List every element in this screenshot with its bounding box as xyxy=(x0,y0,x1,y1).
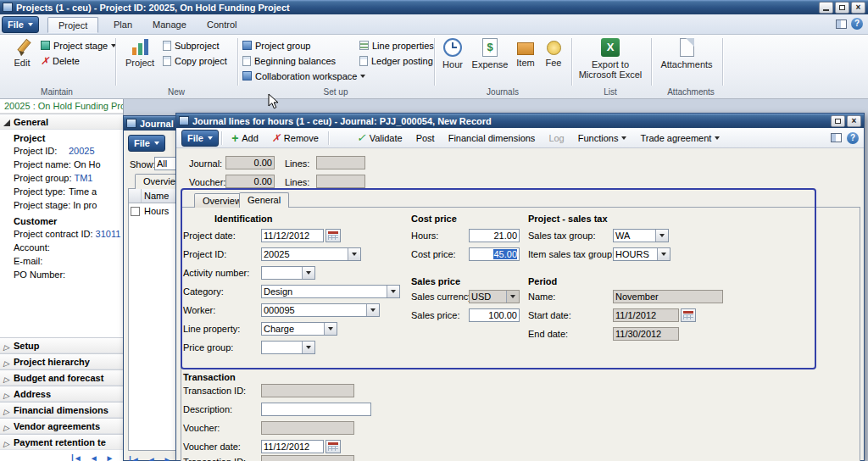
field-row: PO Number: xyxy=(14,269,69,280)
delete-button[interactable]: ✗ Delete xyxy=(41,53,80,68)
post-button[interactable]: Post xyxy=(409,130,442,147)
item-button[interactable]: Item xyxy=(512,36,539,69)
remove-button[interactable]: ✗ Remove xyxy=(265,130,326,147)
close-button[interactable]: × xyxy=(847,115,861,127)
restore-icon xyxy=(835,119,841,124)
ledger-posting-button[interactable]: Ledger posting xyxy=(359,53,433,68)
add-button[interactable]: + Add xyxy=(225,130,265,147)
category-combobox[interactable]: Design xyxy=(261,285,400,298)
minimize-button[interactable] xyxy=(819,2,833,14)
dropdown-arrow-icon[interactable] xyxy=(657,248,670,260)
trade-agreement-button[interactable]: Trade agreement xyxy=(633,130,726,147)
tab-general[interactable]: General xyxy=(239,192,289,208)
field-value[interactable]: 31011 xyxy=(96,229,121,239)
field-row: Project group: TM1 xyxy=(14,173,92,183)
nav-first-button[interactable]: |◄ xyxy=(129,455,140,461)
group-caption-new: New xyxy=(117,87,236,97)
sales-tax-group-combobox[interactable]: WA xyxy=(613,229,669,242)
restore-button[interactable] xyxy=(831,115,845,127)
dropdown-arrow-icon[interactable] xyxy=(366,304,379,316)
cost-price-input[interactable]: 45.00 xyxy=(469,247,520,261)
fasttab-payment-retention[interactable]: ▷ Payment retention te xyxy=(0,434,124,450)
project-header: 20025 : On Hold Funding Project xyxy=(0,99,124,114)
nav-prev-button[interactable]: ◄ xyxy=(147,455,156,461)
worker-combobox[interactable]: 000095 xyxy=(261,303,380,317)
file-menu-button[interactable]: File xyxy=(181,130,219,147)
functions-button[interactable]: Functions xyxy=(571,130,634,147)
project-id-combobox[interactable]: 20025 xyxy=(261,247,361,261)
calendar-button[interactable] xyxy=(326,440,341,453)
subproject-button[interactable]: Subproject xyxy=(163,38,220,53)
voucher-date-input[interactable]: 11/12/2012 xyxy=(261,440,324,453)
layout-icon[interactable] xyxy=(831,133,842,142)
edit-button[interactable]: Edit xyxy=(5,36,39,69)
fasttab-setup[interactable]: ▷ Setup xyxy=(0,337,124,353)
attachments-button[interactable]: Attachments xyxy=(658,36,715,71)
dropdown-arrow-icon[interactable] xyxy=(348,248,360,260)
journal-name-cell[interactable]: Hours xyxy=(144,206,169,216)
sales-price-input[interactable]: 100.00 xyxy=(469,308,520,322)
row-checkbox[interactable] xyxy=(131,207,140,216)
dropdown-arrow-icon[interactable] xyxy=(302,342,314,353)
export-excel-button[interactable]: X Export to Microsoft Excel xyxy=(575,36,646,81)
field-value[interactable]: TM1 xyxy=(74,173,92,183)
dropdown-arrow-icon[interactable] xyxy=(387,286,399,297)
close-button[interactable]: × xyxy=(851,2,865,14)
nav-prev-button[interactable]: ◄ xyxy=(90,453,98,461)
copy-project-button[interactable]: Copy project xyxy=(163,53,227,68)
journal-lines-titlebar[interactable]: Journal lines for hours (1 - ceu) - Jour… xyxy=(176,114,864,128)
price-group-combobox[interactable] xyxy=(261,341,315,354)
project-group-button[interactable]: Project group xyxy=(242,38,310,53)
collaboration-workspace-button[interactable]: Collaboration workspace xyxy=(242,69,365,83)
remove-icon: ✗ xyxy=(272,132,281,144)
hour-button[interactable]: Hour xyxy=(437,36,468,71)
validate-button[interactable]: ✓ Validate xyxy=(350,130,409,147)
fasttab-project-hierarchy[interactable]: ▷ Project hierarchy xyxy=(0,353,124,369)
description-input[interactable] xyxy=(261,403,371,416)
fasttab-address[interactable]: ▷ Address xyxy=(0,386,124,402)
calendar-button[interactable] xyxy=(326,229,341,242)
field-label: Account: xyxy=(14,242,66,253)
project-stage-button[interactable]: Project stage xyxy=(41,38,116,53)
field-label: Price group: xyxy=(183,342,233,353)
field-label: Activity number: xyxy=(183,268,249,278)
ribbon-tab-manage[interactable]: Manage xyxy=(142,17,197,33)
projects-titlebar[interactable]: Projects (1 - ceu) - Project ID: 20025, … xyxy=(0,0,868,14)
chevron-down-icon xyxy=(208,136,213,140)
project-date-input[interactable]: 11/12/2012 xyxy=(261,229,324,242)
expense-button[interactable]: $ Expense xyxy=(470,36,510,71)
item-sales-tax-group-combobox[interactable]: HOURS xyxy=(613,247,670,261)
nav-next-button[interactable]: ► xyxy=(164,455,172,461)
line-property-combobox[interactable]: Charge xyxy=(261,322,337,336)
file-menu-button[interactable]: File xyxy=(128,135,165,152)
ribbon-tab-control[interactable]: Control xyxy=(197,17,247,33)
toolbar-separator xyxy=(221,131,222,145)
field-value[interactable]: 20025 xyxy=(69,146,95,156)
fasttab-vendor-agreements[interactable]: ▷ Vendor agreements xyxy=(0,418,124,434)
hours-input[interactable]: 21.00 xyxy=(469,229,520,242)
nav-next-button[interactable]: ► xyxy=(106,453,114,461)
dropdown-arrow-icon[interactable] xyxy=(324,323,337,335)
layout-icon[interactable] xyxy=(836,19,847,29)
dropdown-arrow-icon[interactable] xyxy=(302,267,314,279)
project-button[interactable]: Project xyxy=(120,36,159,69)
ribbon-tab-plan[interactable]: Plan xyxy=(103,17,142,33)
activity-number-combobox[interactable] xyxy=(261,266,315,280)
ribbon-tab-project[interactable]: Project xyxy=(47,17,98,33)
fasttab-budget-forecast[interactable]: ▷ Budget and forecast xyxy=(0,369,124,386)
fee-button[interactable]: Fee xyxy=(541,36,566,69)
fasttab-general[interactable]: General xyxy=(0,114,124,130)
file-menu-button[interactable]: File xyxy=(2,16,39,33)
dropdown-arrow-icon[interactable] xyxy=(655,230,668,242)
project-details-panel: 20025 : On Hold Funding Project General … xyxy=(0,99,124,461)
calendar-button[interactable] xyxy=(681,308,696,322)
help-icon[interactable]: ? xyxy=(847,132,859,144)
projects-window-title: Projects (1 - ceu) - Project ID: 20025, … xyxy=(16,3,290,13)
help-icon[interactable]: ? xyxy=(851,18,863,30)
nav-first-button[interactable]: |◄ xyxy=(71,453,82,461)
financial-dimensions-button[interactable]: Financial dimensions xyxy=(442,130,542,147)
restore-button[interactable] xyxy=(835,2,849,14)
line-properties-button[interactable]: Line properties xyxy=(359,38,434,53)
beginning-balances-button[interactable]: Beginning balances xyxy=(242,53,336,68)
fasttab-financial-dimensions[interactable]: ▷ Financial dimensions xyxy=(0,402,124,418)
